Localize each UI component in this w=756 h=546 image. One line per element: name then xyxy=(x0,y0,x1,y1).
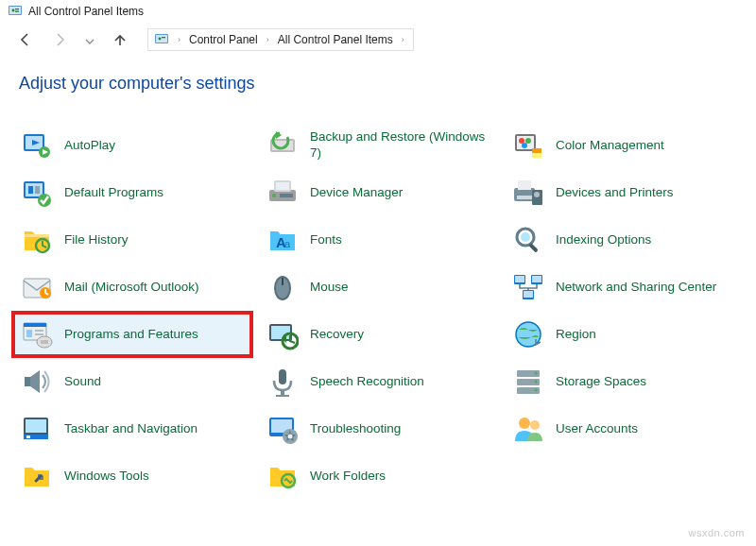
control-panel-item-users[interactable]: User Accounts xyxy=(505,407,743,451)
forward-button[interactable] xyxy=(51,31,68,48)
svg-point-90 xyxy=(530,420,540,430)
svg-point-21 xyxy=(522,143,527,148)
item-label: Region xyxy=(556,327,596,343)
control-panel-item-region[interactable]: Region xyxy=(505,313,743,356)
control-panel-item-troubleshoot[interactable]: Troubleshooting xyxy=(259,407,497,451)
watermark: wsxdn.com xyxy=(688,527,745,538)
svg-rect-33 xyxy=(280,194,293,197)
device-manager-icon xyxy=(266,177,299,209)
devices-printers-icon xyxy=(512,177,544,209)
programs-icon xyxy=(21,318,53,350)
control-panel-item-programs[interactable]: Programs and Features xyxy=(13,313,251,356)
item-label: Devices and Printers xyxy=(556,185,674,201)
users-icon xyxy=(512,413,544,445)
page-title: Adjust your computer's settings xyxy=(0,60,756,101)
svg-rect-27 xyxy=(35,186,40,194)
color-icon xyxy=(512,129,544,162)
control-panel-icon xyxy=(154,32,169,47)
control-panel-icon xyxy=(8,4,23,19)
title-bar: All Control Panel Items xyxy=(0,0,756,23)
fonts-icon: Aa xyxy=(266,224,299,256)
svg-point-7 xyxy=(159,38,162,41)
svg-rect-84 xyxy=(26,435,30,438)
item-label: User Accounts xyxy=(556,421,638,437)
file-history-icon xyxy=(21,224,53,256)
item-label: Windows Tools xyxy=(64,469,149,485)
control-panel-item-backup[interactable]: Backup and Restore (Windows 7) xyxy=(259,124,497,167)
item-label: Troubleshooting xyxy=(310,421,401,437)
svg-point-80 xyxy=(535,389,538,392)
control-panel-item-sound[interactable]: Sound xyxy=(13,360,251,403)
svg-point-2 xyxy=(12,9,15,12)
item-label: Sound xyxy=(64,374,101,390)
item-label: Mail (Microsoft Outlook) xyxy=(64,280,199,296)
svg-rect-8 xyxy=(162,37,165,38)
back-button[interactable] xyxy=(17,31,34,48)
control-panel-item-indexing[interactable]: Indexing Options xyxy=(505,218,743,262)
item-label: Storage Spaces xyxy=(556,374,646,390)
svg-rect-3 xyxy=(15,9,19,9)
svg-point-20 xyxy=(525,138,531,144)
control-panel-item-defaults[interactable]: Default Programs xyxy=(13,171,251,214)
svg-rect-31 xyxy=(276,182,289,190)
control-panel-item-recovery[interactable]: Recovery xyxy=(259,313,497,356)
breadcrumb-separator-icon: › xyxy=(264,35,272,44)
breadcrumb-separator-icon: › xyxy=(399,35,407,44)
control-panel-item-autoplay[interactable]: AutoPlay xyxy=(13,124,251,167)
wintools-icon xyxy=(21,460,53,492)
breadcrumb-item[interactable]: Control Panel xyxy=(187,33,260,46)
control-panel-item-taskbar[interactable]: Taskbar and Navigation xyxy=(13,407,251,451)
control-panel-item-color[interactable]: Color Management xyxy=(505,124,743,167)
control-panel-item-device-manager[interactable]: Device Manager xyxy=(259,171,497,214)
svg-point-38 xyxy=(534,192,540,197)
item-label: Network and Sharing Center xyxy=(556,280,716,296)
svg-rect-45 xyxy=(528,243,539,253)
item-label: Default Programs xyxy=(64,185,163,201)
control-panel-item-workfolders[interactable]: Work Folders xyxy=(259,454,497,498)
svg-point-79 xyxy=(535,381,538,384)
breadcrumb-item[interactable]: All Control Panel Items xyxy=(276,33,395,46)
control-panel-item-file-history[interactable]: File History xyxy=(13,218,251,262)
svg-rect-36 xyxy=(517,196,532,199)
svg-rect-58 xyxy=(24,323,46,327)
svg-rect-61 xyxy=(35,333,43,335)
svg-point-19 xyxy=(519,138,524,144)
breadcrumb[interactable]: › Control Panel › All Control Panel Item… xyxy=(147,28,414,51)
svg-rect-23 xyxy=(532,148,541,153)
recent-locations-button[interactable] xyxy=(85,39,94,46)
control-panel-item-speech[interactable]: Speech Recognition xyxy=(259,360,497,403)
recovery-icon xyxy=(266,318,299,350)
svg-rect-4 xyxy=(15,11,19,12)
svg-point-89 xyxy=(519,418,530,429)
item-label: Programs and Features xyxy=(64,327,198,343)
svg-rect-74 xyxy=(276,395,289,397)
control-panel-item-wintools[interactable]: Windows Tools xyxy=(13,454,251,498)
control-panel-item-fonts[interactable]: AaFonts xyxy=(259,218,497,262)
storage-icon xyxy=(512,366,544,398)
up-button[interactable] xyxy=(112,31,129,48)
svg-rect-70 xyxy=(25,377,30,386)
svg-rect-72 xyxy=(279,369,286,384)
svg-point-32 xyxy=(272,194,276,197)
svg-rect-59 xyxy=(26,330,32,337)
mouse-icon xyxy=(266,271,299,303)
mail-icon xyxy=(21,271,53,303)
item-label: Indexing Options xyxy=(556,232,651,248)
troubleshoot-icon xyxy=(266,413,299,445)
control-panel-item-devices-printers[interactable]: Devices and Printers xyxy=(505,171,743,214)
svg-rect-25 xyxy=(26,183,43,196)
svg-rect-26 xyxy=(28,186,33,194)
svg-rect-6 xyxy=(156,35,167,43)
item-label: Color Management xyxy=(556,138,664,154)
svg-point-44 xyxy=(521,232,530,242)
svg-point-88 xyxy=(288,435,293,439)
control-panel-item-mail[interactable]: Mail (Microsoft Outlook) xyxy=(13,265,251,309)
item-label: Fonts xyxy=(310,232,342,248)
control-panel-item-storage[interactable]: Storage Spaces xyxy=(505,360,743,403)
control-panel-item-mouse[interactable]: Mouse xyxy=(259,265,497,309)
item-label: Speech Recognition xyxy=(310,374,424,390)
svg-rect-39 xyxy=(25,234,49,237)
svg-rect-82 xyxy=(26,419,46,433)
item-label: Recovery xyxy=(310,327,364,343)
control-panel-item-network[interactable]: Network and Sharing Center xyxy=(505,265,743,309)
